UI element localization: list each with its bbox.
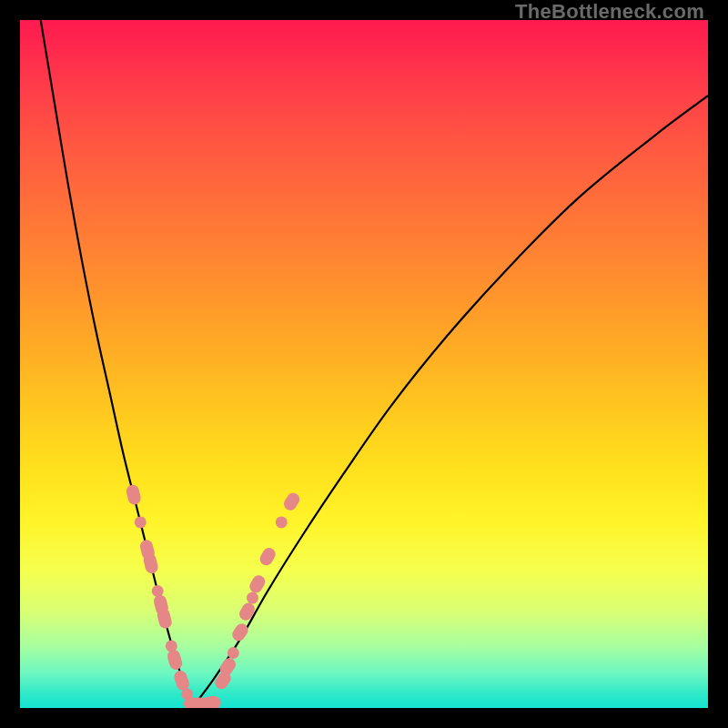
data-marker (258, 546, 278, 568)
data-marker (247, 592, 258, 604)
left-branch-curve (41, 20, 192, 708)
data-marker (281, 490, 301, 512)
curve-layer (20, 20, 708, 708)
data-marker (230, 622, 251, 643)
data-marker (228, 647, 239, 659)
data-marker (248, 573, 268, 595)
chart-frame: TheBottleneck.com (0, 0, 728, 728)
data-marker (125, 483, 142, 506)
marker-group (125, 483, 302, 708)
data-marker (166, 649, 184, 672)
data-marker (135, 516, 147, 528)
right-branch-curve (192, 96, 708, 708)
data-marker (276, 516, 288, 528)
data-marker (237, 601, 257, 622)
plot-area (20, 20, 708, 708)
data-marker (205, 696, 221, 708)
